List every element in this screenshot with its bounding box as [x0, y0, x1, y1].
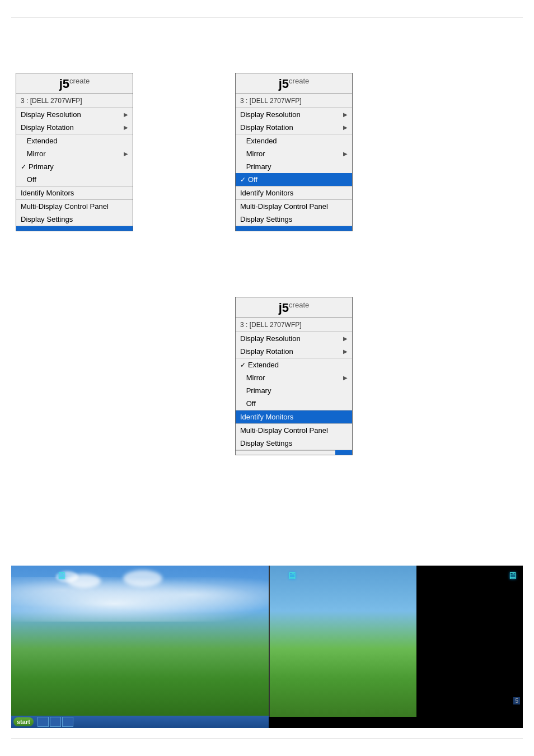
menu-section-identify-3: Identify Monitors	[236, 410, 352, 424]
taskbar-icons	[38, 717, 73, 727]
menu-device-1: 3 : [DELL 2707WFP]	[16, 94, 133, 108]
arrow-icon-9: ▶	[343, 375, 348, 381]
menu-item-off-2[interactable]: ✓Off	[236, 173, 352, 186]
menu-footer-1	[16, 226, 133, 231]
menu-item-extended-1[interactable]: Extended	[16, 134, 133, 147]
monitor-icon-mid: 🖥	[287, 570, 297, 582]
desktop-left-display: 🖥	[11, 566, 269, 717]
menu-header-2: j5create	[236, 73, 352, 94]
menu-item-display-settings-3[interactable]: Display Settings	[236, 437, 352, 450]
menu-section-identify-1: Identify Monitors	[16, 186, 133, 200]
menu-item-mirror-1[interactable]: Mirror ▶	[16, 147, 133, 160]
menu-section-control-3: Multi-Display Control Panel Display Sett…	[236, 424, 352, 450]
tray-icon: 5	[513, 697, 520, 704]
menu-item-extended-2[interactable]: Extended	[236, 134, 352, 147]
arrow-icon-4: ▶	[343, 111, 348, 118]
desktop-area: 🖥 🖥 🖥 5 start	[11, 566, 523, 728]
menu-card-3: j5create 3 : [DELL 2707WFP] Display Reso…	[235, 297, 353, 455]
arrow-icon-5: ▶	[343, 124, 348, 130]
menu-section-mode-2: Extended Mirror ▶ Primary ✓Off	[236, 134, 352, 186]
menu-section-identify-2: Identify Monitors	[236, 186, 352, 200]
menu-section-display-1: Display Resolution ▶ Display Rotation ▶	[16, 108, 133, 134]
menu-item-identify-3[interactable]: Identify Monitors	[236, 410, 352, 423]
menu-device-2: 3 : [DELL 2707WFP]	[236, 94, 352, 108]
menu-footer-accent-3	[335, 450, 352, 455]
cloud-decoration-3	[123, 570, 162, 587]
menu-item-display-settings-1[interactable]: Display Settings	[16, 213, 133, 226]
menu-item-display-rotation-1[interactable]: Display Rotation ▶	[16, 121, 133, 134]
menu-footer-2	[236, 226, 352, 231]
monitor-icon-left: 🖥	[56, 570, 66, 582]
menu-item-off-1[interactable]: Off	[16, 173, 133, 186]
menu-item-identify-2[interactable]: Identify Monitors	[236, 186, 352, 199]
menu-header-3: j5create	[236, 297, 352, 318]
brand-logo-3: j5create	[279, 301, 310, 315]
arrow-icon-3: ▶	[124, 151, 128, 157]
desktop-black-panel: 🖥 5	[416, 566, 523, 717]
menu-item-display-rotation-3[interactable]: Display Rotation ▶	[236, 345, 352, 358]
menu-section-mode-1: Extended Mirror ▶ ✓Primary Off	[16, 134, 133, 186]
menu-item-display-resolution-3[interactable]: Display Resolution ▶	[236, 332, 352, 345]
menu-item-identify-1[interactable]: Identify Monitors	[16, 186, 133, 199]
menu-item-off-3[interactable]: Off	[236, 397, 352, 410]
menu-item-primary-2[interactable]: Primary	[236, 160, 352, 173]
arrow-icon-2: ▶	[124, 124, 128, 130]
menu-item-control-panel-2[interactable]: Multi-Display Control Panel	[236, 200, 352, 213]
brand-logo-1: j5create	[59, 77, 90, 91]
menu-item-mirror-3[interactable]: Mirror ▶	[236, 371, 352, 384]
monitor-icon-right: 🖥	[507, 570, 517, 582]
taskbar-left: start	[11, 716, 269, 728]
menu-item-extended-3[interactable]: ✓Extended	[236, 358, 352, 371]
top-divider	[11, 17, 523, 17]
menu-device-3: 3 : [DELL 2707WFP]	[236, 318, 352, 332]
menu-card-1: j5create 3 : [DELL 2707WFP] Display Reso…	[16, 73, 133, 231]
bottom-divider	[11, 739, 523, 739]
menu-section-control-2: Multi-Display Control Panel Display Sett…	[236, 200, 352, 226]
menu-section-display-3: Display Resolution ▶ Display Rotation ▶	[236, 332, 352, 358]
menu-item-control-panel-1[interactable]: Multi-Display Control Panel	[16, 200, 133, 213]
menu-item-primary-1[interactable]: ✓Primary	[16, 160, 133, 173]
arrow-icon-6: ▶	[343, 151, 348, 157]
taskbar-icon-2	[50, 717, 61, 727]
menu-section-mode-3: ✓Extended Mirror ▶ Primary Off	[236, 358, 352, 410]
menu-card-2: j5create 3 : [DELL 2707WFP] Display Reso…	[235, 73, 353, 231]
arrow-icon-1: ▶	[124, 111, 128, 118]
menu-section-control-1: Multi-Display Control Panel Display Sett…	[16, 200, 133, 226]
taskbar-icon-3	[62, 717, 73, 727]
menu-item-display-settings-2[interactable]: Display Settings	[236, 213, 352, 226]
menu-item-display-rotation-2[interactable]: Display Rotation ▶	[236, 121, 352, 134]
menu-item-mirror-2[interactable]: Mirror ▶	[236, 147, 352, 160]
taskbar-icon-1	[38, 717, 49, 727]
arrow-icon-7: ▶	[343, 335, 348, 342]
arrow-icon-8: ▶	[343, 348, 348, 354]
menu-item-display-resolution-2[interactable]: Display Resolution ▶	[236, 108, 352, 121]
menu-item-control-panel-3[interactable]: Multi-Display Control Panel	[236, 424, 352, 437]
menu-header-1: j5create	[16, 73, 133, 94]
brand-logo-2: j5create	[279, 77, 310, 91]
menu-section-display-2: Display Resolution ▶ Display Rotation ▶	[236, 108, 352, 134]
menu-footer-3-area	[236, 450, 352, 455]
menu-item-primary-3[interactable]: Primary	[236, 384, 352, 397]
taskbar-start-button[interactable]: start	[13, 717, 34, 726]
menu-item-display-resolution-1[interactable]: Display Resolution ▶	[16, 108, 133, 121]
